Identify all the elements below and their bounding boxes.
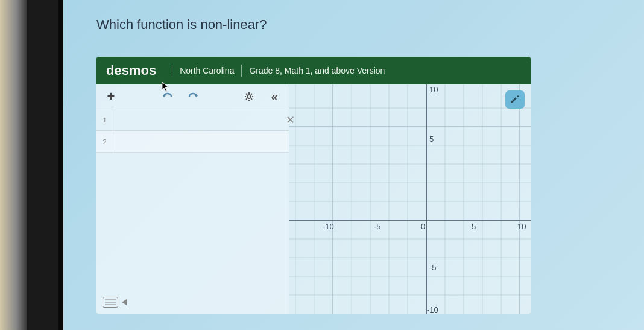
- y-tick-label: 10: [429, 85, 438, 94]
- region-link[interactable]: North Carolina: [180, 66, 234, 75]
- graph-settings-button[interactable]: [505, 90, 525, 109]
- monitor-bezel: [0, 0, 63, 330]
- x-tick-label: 10: [517, 222, 526, 231]
- x-tick-label: -5: [374, 222, 381, 231]
- monitor-edge: [0, 0, 27, 330]
- header-divider: [172, 65, 172, 77]
- audio-icon: [122, 299, 127, 305]
- question-text: Which function is non-linear?: [96, 17, 620, 33]
- settings-button[interactable]: [242, 89, 256, 104]
- collapse-button[interactable]: «: [267, 89, 282, 104]
- y-tick-label: -5: [429, 263, 437, 272]
- desmos-header: desmos North Carolina Grade 8, Math 1, a…: [96, 57, 531, 84]
- expression-number: 1: [96, 109, 113, 130]
- coordinate-plane[interactable]: 10 5 -5 -10 -10 -5 0 5 10: [289, 84, 531, 314]
- add-expression-button[interactable]: +: [104, 89, 118, 104]
- expression-number: 2: [96, 131, 113, 152]
- keyboard-icon: [103, 297, 118, 308]
- expression-sidebar: + « 1: [96, 84, 289, 314]
- wrench-icon: [510, 94, 520, 105]
- expression-toolbar: + «: [96, 84, 289, 109]
- x-tick-label: 0: [421, 222, 425, 231]
- redo-button[interactable]: [186, 89, 200, 104]
- content-area: Which function is non-linear? desmos Nor…: [72, 0, 644, 330]
- y-tick-label: -10: [427, 305, 438, 314]
- desmos-body: + « 1: [96, 84, 531, 314]
- grid-major: [289, 84, 531, 314]
- expression-input[interactable]: [113, 109, 289, 130]
- expression-row[interactable]: 2: [96, 131, 289, 153]
- desmos-logo: desmos: [106, 63, 156, 78]
- redo-icon: [188, 92, 198, 101]
- keyboard-toggle[interactable]: [103, 297, 127, 308]
- y-tick-label: 5: [429, 135, 434, 144]
- close-icon[interactable]: ✕: [286, 113, 295, 127]
- x-tick-label: 5: [472, 222, 476, 231]
- x-tick-label: -10: [323, 222, 334, 231]
- mouse-cursor: [162, 81, 170, 92]
- undo-icon: [162, 92, 173, 101]
- graph-area[interactable]: 10 5 -5 -10 -10 -5 0 5 10: [289, 84, 531, 314]
- expression-input[interactable]: [113, 131, 289, 152]
- version-link[interactable]: Grade 8, Math 1, and above Version: [249, 66, 385, 75]
- desmos-calculator: desmos North Carolina Grade 8, Math 1, a…: [96, 57, 531, 314]
- svg-point-0: [247, 95, 251, 98]
- gear-icon: [244, 91, 254, 102]
- header-divider: [241, 65, 242, 77]
- grid-minor: [289, 84, 531, 314]
- expression-row[interactable]: 1: [96, 109, 289, 131]
